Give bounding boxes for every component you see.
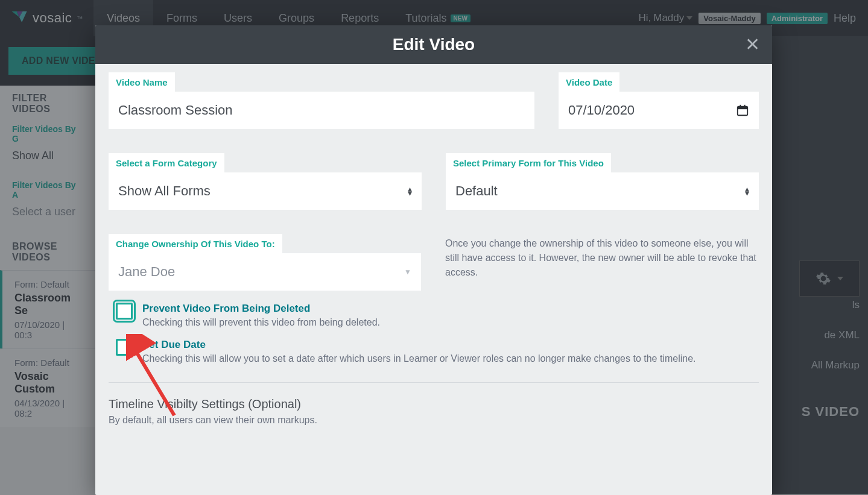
svg-rect-6: [744, 105, 746, 108]
edit-video-modal: Edit Video ✕ Video Name Video Date 07/10…: [95, 25, 772, 495]
svg-rect-5: [740, 105, 741, 108]
sort-icon: ▴▾: [408, 187, 412, 195]
form-category-select[interactable]: Show All Forms ▴▾: [109, 172, 422, 210]
video-name-field: Video Name: [109, 72, 534, 129]
prevent-delete-checkbox[interactable]: [116, 303, 133, 320]
chevron-down-icon: ▼: [404, 268, 411, 276]
modal-header: Edit Video ✕: [95, 25, 772, 64]
form-category-label: Select a Form Category: [109, 153, 224, 173]
sort-icon: ▴▾: [745, 187, 749, 195]
prevent-delete-title: Prevent Video From Being Deleted: [142, 303, 380, 315]
form-category-field: Select a Form Category Show All Forms ▴▾: [109, 153, 422, 210]
due-date-title: Set Due Date: [142, 339, 696, 351]
modal-title: Edit Video: [393, 35, 475, 54]
primary-form-label: Select Primary Form for This Video: [446, 153, 611, 173]
ownership-label: Change Ownership Of This Video To:: [109, 234, 282, 254]
video-date-input[interactable]: 07/10/2020: [559, 92, 759, 129]
svg-rect-4: [738, 107, 748, 110]
video-date-field: Video Date 07/10/2020: [559, 72, 759, 129]
due-date-checkbox[interactable]: [116, 339, 133, 356]
timeline-settings-title: Timeline Visibilty Settings (Optional): [109, 397, 759, 411]
close-icon[interactable]: ✕: [745, 34, 760, 55]
timeline-settings-sub: By default, all users can view their own…: [109, 415, 759, 426]
calendar-icon: [736, 104, 749, 117]
video-name-input[interactable]: [109, 92, 534, 129]
video-name-label: Video Name: [109, 72, 175, 92]
ownership-help-text: Once you change the ownership of this vi…: [445, 234, 759, 280]
primary-form-field: Select Primary Form for This Video Defau…: [446, 153, 759, 210]
video-date-label: Video Date: [559, 72, 619, 92]
divider: [109, 382, 759, 383]
prevent-delete-desc: Checking this will prevent this video fr…: [142, 317, 380, 328]
ownership-select[interactable]: Jane Doe ▼: [109, 253, 421, 291]
due-date-desc: Checking this will allow you to set a da…: [142, 353, 696, 364]
ownership-field: Change Ownership Of This Video To: Jane …: [109, 234, 421, 291]
primary-form-select[interactable]: Default ▴▾: [446, 172, 759, 210]
